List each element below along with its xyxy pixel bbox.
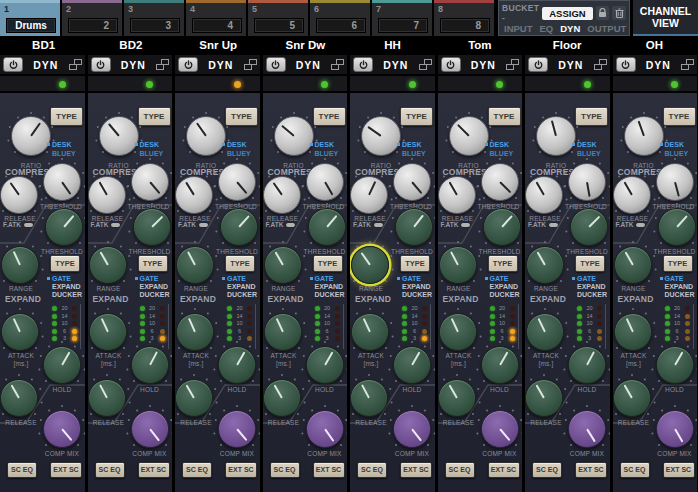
- channel-view-button[interactable]: CHANNEL VIEW: [633, 0, 698, 36]
- sc-eq-button[interactable]: SC EQ: [95, 462, 125, 478]
- comp-mix-knob[interactable]: [481, 410, 519, 448]
- bucket-tab-5[interactable]: 55: [248, 0, 308, 36]
- sc-eq-button[interactable]: SC EQ: [620, 462, 650, 478]
- power-button[interactable]: [266, 57, 286, 72]
- comp-release-knob[interactable]: [525, 176, 563, 214]
- fast-attack-toggle[interactable]: F.ATK: [616, 221, 646, 228]
- ratio-knob[interactable]: [186, 116, 226, 156]
- popout-icon[interactable]: [506, 59, 519, 70]
- hold-knob[interactable]: [306, 346, 344, 384]
- bucket-tab-1[interactable]: 1Drums: [0, 0, 60, 36]
- popout-icon[interactable]: [331, 59, 344, 70]
- ratio-knob[interactable]: [624, 116, 664, 156]
- sc-eq-button[interactable]: SC EQ: [270, 462, 300, 478]
- range-knob[interactable]: [439, 246, 477, 284]
- popout-icon[interactable]: [419, 59, 432, 70]
- power-button[interactable]: [353, 57, 373, 72]
- ext-sc-button[interactable]: EXT SC: [488, 462, 520, 478]
- gate-threshold-knob[interactable]: [658, 208, 696, 246]
- comp-threshold-knob[interactable]: [568, 163, 606, 201]
- popout-icon[interactable]: [156, 59, 169, 70]
- popout-icon[interactable]: [594, 59, 607, 70]
- ext-sc-button[interactable]: EXT SC: [225, 462, 257, 478]
- comp-threshold-knob[interactable]: [43, 163, 81, 201]
- comp-type-button[interactable]: TYPE: [138, 107, 171, 126]
- view-tab-dyn[interactable]: DYN: [558, 23, 582, 34]
- gate-release-knob[interactable]: [613, 379, 651, 417]
- fast-attack-toggle[interactable]: F.ATK: [178, 221, 208, 228]
- range-knob[interactable]: [526, 246, 564, 284]
- range-knob[interactable]: [614, 246, 652, 284]
- popout-icon[interactable]: [244, 59, 257, 70]
- gate-release-knob[interactable]: [0, 379, 38, 417]
- attack-knob[interactable]: [1, 313, 39, 351]
- assign-button[interactable]: ASSIGN: [542, 7, 592, 20]
- range-knob[interactable]: [1, 246, 39, 284]
- bucket-tab-2[interactable]: 22: [62, 0, 122, 36]
- gate-threshold-knob[interactable]: [45, 208, 83, 246]
- power-button[interactable]: [3, 57, 23, 72]
- ratio-knob[interactable]: [99, 116, 139, 156]
- fast-attack-toggle[interactable]: F.ATK: [528, 221, 558, 228]
- range-knob[interactable]: [89, 246, 127, 284]
- bucket-tab-6[interactable]: 66: [310, 0, 370, 36]
- comp-type-button[interactable]: TYPE: [488, 107, 521, 126]
- range-knob[interactable]: [264, 246, 302, 284]
- fast-attack-toggle[interactable]: F.ATK: [441, 221, 471, 228]
- ext-sc-button[interactable]: EXT SC: [575, 462, 607, 478]
- lock-button[interactable]: [596, 6, 610, 20]
- range-knob[interactable]: [176, 246, 214, 284]
- gate-threshold-knob[interactable]: [220, 208, 258, 246]
- fast-attack-toggle[interactable]: F.ATK: [3, 221, 33, 228]
- hold-knob[interactable]: [568, 346, 606, 384]
- comp-mix-knob[interactable]: [393, 410, 431, 448]
- power-button[interactable]: [616, 57, 636, 72]
- gate-type-button[interactable]: TYPE: [50, 255, 80, 272]
- bucket-tab-7[interactable]: 77: [372, 0, 432, 36]
- fast-attack-toggle[interactable]: F.ATK: [266, 221, 296, 228]
- power-button[interactable]: [91, 57, 111, 72]
- gate-threshold-knob[interactable]: [570, 208, 608, 246]
- ratio-knob[interactable]: [536, 116, 576, 156]
- ext-sc-button[interactable]: EXT SC: [50, 462, 82, 478]
- comp-type-button[interactable]: TYPE: [575, 107, 608, 126]
- ratio-knob[interactable]: [274, 116, 314, 156]
- gate-type-button[interactable]: TYPE: [225, 255, 255, 272]
- comp-release-knob[interactable]: [613, 176, 651, 214]
- view-tab-eq[interactable]: EQ: [538, 23, 556, 34]
- comp-type-button[interactable]: TYPE: [225, 107, 258, 126]
- sc-eq-button[interactable]: SC EQ: [182, 462, 212, 478]
- ratio-knob[interactable]: [361, 116, 401, 156]
- trash-button[interactable]: [612, 6, 626, 20]
- comp-type-button[interactable]: TYPE: [663, 107, 696, 126]
- gate-release-knob[interactable]: [88, 379, 126, 417]
- ratio-knob[interactable]: [11, 116, 51, 156]
- sc-eq-button[interactable]: SC EQ: [445, 462, 475, 478]
- gate-threshold-knob[interactable]: [395, 208, 433, 246]
- comp-release-knob[interactable]: [88, 176, 126, 214]
- fast-attack-toggle[interactable]: F.ATK: [353, 221, 383, 228]
- comp-type-button[interactable]: TYPE: [50, 107, 83, 126]
- comp-release-knob[interactable]: [0, 176, 38, 214]
- comp-threshold-knob[interactable]: [481, 163, 519, 201]
- sc-eq-button[interactable]: SC EQ: [7, 462, 37, 478]
- comp-threshold-knob[interactable]: [131, 163, 169, 201]
- power-button[interactable]: [178, 57, 198, 72]
- attack-knob[interactable]: [264, 313, 302, 351]
- attack-knob[interactable]: [176, 313, 214, 351]
- comp-mix-knob[interactable]: [656, 410, 694, 448]
- view-tab-input[interactable]: INPUT: [502, 23, 535, 34]
- bucket-tab-4[interactable]: 44: [186, 0, 246, 36]
- gate-type-button[interactable]: TYPE: [488, 255, 518, 272]
- gate-type-button[interactable]: TYPE: [313, 255, 343, 272]
- attack-knob[interactable]: [351, 313, 389, 351]
- gate-release-knob[interactable]: [525, 379, 563, 417]
- hold-knob[interactable]: [131, 346, 169, 384]
- comp-threshold-knob[interactable]: [306, 163, 344, 201]
- comp-type-button[interactable]: TYPE: [313, 107, 346, 126]
- comp-threshold-knob[interactable]: [656, 163, 694, 201]
- gate-threshold-knob[interactable]: [308, 208, 346, 246]
- attack-knob[interactable]: [89, 313, 127, 351]
- gate-release-knob[interactable]: [438, 379, 476, 417]
- ext-sc-button[interactable]: EXT SC: [313, 462, 345, 478]
